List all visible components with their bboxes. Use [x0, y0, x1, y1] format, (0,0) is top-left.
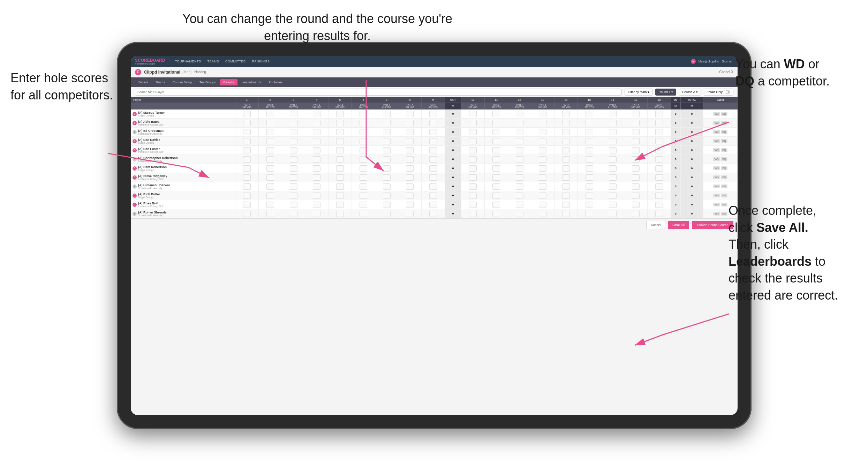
hole-18-cell[interactable]	[648, 164, 671, 173]
hole-3-cell[interactable]	[282, 191, 305, 200]
hole-4-input[interactable]	[313, 111, 320, 117]
hole-12-cell[interactable]	[508, 137, 531, 146]
hole-2-cell[interactable]	[258, 155, 282, 164]
hole-8-input[interactable]	[406, 120, 414, 126]
hole-14-cell[interactable]	[554, 209, 578, 218]
hole-10-cell[interactable]	[461, 173, 485, 182]
hole-7-cell[interactable]	[375, 110, 398, 119]
hole-10-cell[interactable]	[461, 182, 485, 191]
wd-button[interactable]: WD	[713, 184, 720, 188]
search-input[interactable]	[135, 89, 622, 96]
hole-12-cell[interactable]	[508, 209, 531, 218]
hole-3-input[interactable]	[290, 202, 297, 208]
hole-7-cell[interactable]	[375, 173, 398, 182]
hole-15-cell[interactable]	[578, 110, 601, 119]
hole-1-cell[interactable]	[235, 209, 259, 218]
hole-5-cell[interactable]	[329, 173, 352, 182]
hole-16-cell[interactable]	[601, 137, 624, 146]
hole-12-cell[interactable]	[508, 173, 531, 182]
hole-9-cell[interactable]	[422, 146, 445, 155]
hole-14-input[interactable]	[562, 211, 570, 217]
hole-18-input[interactable]	[655, 183, 663, 190]
hole-6-input[interactable]	[360, 165, 367, 172]
hole-3-input[interactable]	[290, 120, 297, 126]
hole-5-cell[interactable]	[329, 119, 352, 128]
hole-6-input[interactable]	[360, 183, 367, 190]
hole-7-input[interactable]	[383, 193, 391, 199]
hole-16-input[interactable]	[609, 211, 617, 217]
hole-6-cell[interactable]	[352, 128, 375, 137]
hole-9-input[interactable]	[429, 138, 437, 144]
hole-14-input[interactable]	[562, 156, 570, 163]
sign-out-link[interactable]: Sign out	[722, 60, 733, 63]
hole-4-input[interactable]	[313, 193, 320, 199]
dq-button[interactable]: DQ	[721, 184, 727, 188]
dq-button[interactable]: DQ	[721, 194, 727, 197]
hole-4-input[interactable]	[313, 174, 320, 181]
hole-14-cell[interactable]	[554, 110, 578, 119]
hole-16-cell[interactable]	[601, 200, 624, 209]
hole-2-input[interactable]	[266, 120, 274, 126]
hole-5-input[interactable]	[336, 138, 344, 144]
hole-12-cell[interactable]	[508, 182, 531, 191]
hole-12-input[interactable]	[516, 165, 523, 172]
hole-1-cell[interactable]	[235, 137, 259, 146]
hole-11-cell[interactable]	[484, 173, 508, 182]
hole-9-input[interactable]	[429, 156, 437, 163]
hole-6-input[interactable]	[360, 193, 367, 199]
hole-12-cell[interactable]	[508, 164, 531, 173]
hole-9-cell[interactable]	[422, 191, 445, 200]
hole-5-input[interactable]	[336, 174, 344, 181]
hole-12-input[interactable]	[516, 183, 523, 190]
hole-17-input[interactable]	[632, 120, 640, 126]
hole-10-cell[interactable]	[461, 119, 485, 128]
hole-9-cell[interactable]	[422, 173, 445, 182]
hole-5-cell[interactable]	[329, 110, 352, 119]
hole-1-input[interactable]	[243, 193, 251, 199]
hole-2-input[interactable]	[266, 193, 274, 199]
hole-12-input[interactable]	[516, 147, 523, 153]
totals-only-toggle[interactable]: Totals Only	[704, 89, 733, 96]
nav-committee[interactable]: COMMITTEE	[225, 60, 246, 63]
hole-17-input[interactable]	[632, 129, 640, 135]
hole-17-input[interactable]	[632, 165, 640, 172]
tab-results[interactable]: Results	[220, 79, 237, 85]
hole-8-input[interactable]	[406, 193, 414, 199]
hole-11-cell[interactable]	[484, 119, 508, 128]
hole-11-input[interactable]	[492, 165, 500, 172]
hole-2-input[interactable]	[266, 147, 274, 153]
hole-8-cell[interactable]	[398, 191, 422, 200]
hole-12-cell[interactable]	[508, 191, 531, 200]
hole-10-input[interactable]	[469, 111, 477, 117]
hole-15-cell[interactable]	[578, 146, 601, 155]
hole-16-cell[interactable]	[601, 119, 624, 128]
hole-18-input[interactable]	[655, 156, 663, 163]
hole-11-cell[interactable]	[484, 191, 508, 200]
hole-16-input[interactable]	[609, 202, 617, 208]
hole-17-cell[interactable]	[624, 191, 648, 200]
hole-12-input[interactable]	[516, 202, 523, 208]
hole-10-cell[interactable]	[461, 137, 485, 146]
hole-12-cell[interactable]	[508, 155, 531, 164]
wd-button[interactable]: WD	[713, 139, 720, 143]
hole-11-input[interactable]	[492, 156, 500, 163]
hole-8-cell[interactable]	[398, 200, 422, 209]
hole-4-input[interactable]	[313, 211, 320, 217]
hole-13-input[interactable]	[539, 202, 546, 208]
hole-18-input[interactable]	[655, 211, 663, 217]
hole-2-input[interactable]	[266, 111, 274, 117]
hole-9-input[interactable]	[429, 202, 437, 208]
hole-14-input[interactable]	[562, 147, 570, 153]
hole-6-cell[interactable]	[352, 209, 375, 218]
hole-5-input[interactable]	[336, 156, 344, 163]
hole-1-input[interactable]	[243, 202, 251, 208]
hole-10-cell[interactable]	[461, 209, 485, 218]
dq-button[interactable]: DQ	[721, 112, 727, 116]
hole-11-input[interactable]	[492, 193, 500, 199]
hole-1-input[interactable]	[243, 174, 251, 181]
hole-12-input[interactable]	[516, 120, 523, 126]
hole-13-input[interactable]	[539, 129, 546, 135]
hole-8-input[interactable]	[406, 138, 414, 144]
hole-13-input[interactable]	[539, 165, 546, 172]
hole-18-cell[interactable]	[648, 119, 671, 128]
